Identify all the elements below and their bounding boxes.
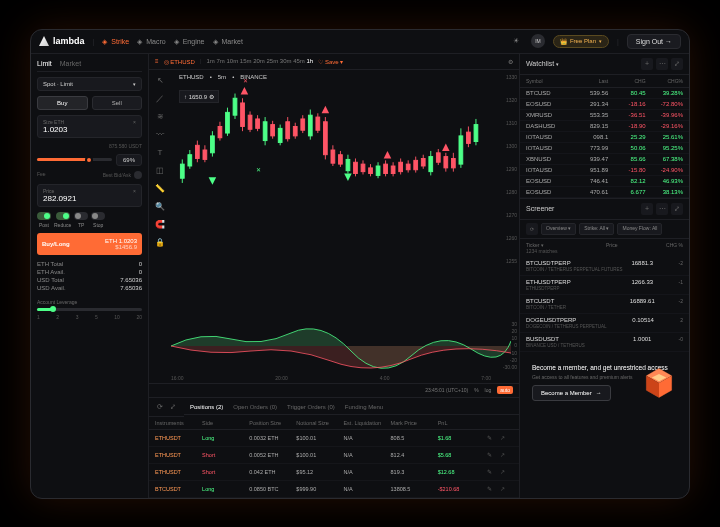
- sell-button[interactable]: Sell: [92, 96, 143, 110]
- plan-badge[interactable]: 👑 Free Plan ▾: [553, 35, 609, 48]
- log-toggle[interactable]: log: [485, 387, 492, 393]
- close-position-icon[interactable]: ↗: [498, 433, 508, 443]
- positions-refresh-icon[interactable]: ⟳: [155, 402, 165, 412]
- clear-icon[interactable]: ×: [133, 119, 136, 125]
- screener-refresh-icon[interactable]: ⟳: [526, 223, 538, 235]
- watchlist-row[interactable]: DASHUSD829.15-18.90-29.16%: [520, 121, 689, 132]
- position-row[interactable]: ETHUSDTShort0.0052 ETH$100.01N/A812.4$5.…: [149, 447, 519, 464]
- screener-expand-icon[interactable]: ⤢: [671, 203, 683, 215]
- user-avatar[interactable]: IM: [531, 34, 545, 48]
- price-field[interactable]: Price × 282.0921: [37, 184, 142, 207]
- symbol-selector[interactable]: ◎ ETHUSD: [164, 58, 195, 65]
- screener-row[interactable]: DOGEUSDTPERP0.105142DOGECOIN / TETHERUS …: [520, 314, 689, 333]
- watchlist-expand-icon[interactable]: ⤢: [671, 58, 683, 70]
- watchlist-settings-icon[interactable]: ⋯: [656, 58, 668, 70]
- watchlist-row[interactable]: IOTAUSD951.89-15.80-24.90%: [520, 165, 689, 176]
- positions-tab[interactable]: Trigger Orders (0): [287, 404, 335, 410]
- tf-25m[interactable]: 25m: [266, 58, 278, 64]
- screener-add-icon[interactable]: +: [641, 203, 653, 215]
- switch-stop[interactable]: [91, 212, 105, 220]
- position-row[interactable]: BTCUSDTLong0.0850 BTC$999.90N/A13808.5-$…: [149, 481, 519, 498]
- screener-row[interactable]: BUSDUSDT1.0001-0BINANCE USD / TETHERUS: [520, 333, 689, 352]
- pct-toggle[interactable]: %: [474, 387, 478, 393]
- bidask-toggle[interactable]: [134, 171, 142, 179]
- size-slider[interactable]: 69%: [37, 154, 142, 166]
- close-position-icon[interactable]: ↗: [498, 450, 508, 460]
- brush-tool-icon[interactable]: 〰: [153, 128, 167, 142]
- screener-row[interactable]: BTCUSDTPERP16881.3-2BITCOIN / TETHERUS P…: [520, 257, 689, 276]
- positions-tab[interactable]: Open Orders (0): [233, 404, 277, 410]
- nav-strike[interactable]: ◈Strike: [102, 38, 129, 45]
- positions-tab[interactable]: Positions (2): [190, 404, 223, 410]
- cursor-tool-icon[interactable]: ↖: [153, 74, 167, 88]
- close-position-icon[interactable]: ↗: [498, 467, 508, 477]
- watchlist-row[interactable]: IOTAUSD098.125.2925.61%: [520, 132, 689, 143]
- tf-20m[interactable]: 20m: [253, 58, 265, 64]
- edit-position-icon[interactable]: ✎: [485, 450, 495, 460]
- watchlist-row[interactable]: IOTAUSD773.9950.0695.25%: [520, 143, 689, 154]
- chart-settings-icon[interactable]: ⚙: [508, 58, 513, 65]
- theme-toggle-icon[interactable]: ☀: [509, 34, 523, 48]
- become-member-button[interactable]: Become a Member →: [532, 385, 611, 401]
- edit-position-icon[interactable]: ✎: [485, 484, 495, 494]
- text-tool-icon[interactable]: T: [153, 146, 167, 160]
- nav-market[interactable]: ◈Market: [213, 38, 243, 45]
- edit-position-icon[interactable]: ✎: [485, 467, 495, 477]
- buy-button[interactable]: Buy: [37, 96, 88, 110]
- close-position-icon[interactable]: ↗: [498, 484, 508, 494]
- balance-stats: ETH Total0ETH Avail.0USD Total7.65036USD…: [37, 260, 142, 292]
- signout-button[interactable]: Sign Out →: [627, 34, 681, 49]
- screener-settings-icon[interactable]: ⋯: [656, 203, 668, 215]
- watchlist-row[interactable]: XMRUSD553.35-36.51-39.96%: [520, 110, 689, 121]
- switch-tp[interactable]: [74, 212, 88, 220]
- leverage-slider[interactable]: [37, 308, 142, 311]
- magnet-tool-icon[interactable]: 🧲: [153, 218, 167, 232]
- tf-save[interactable]: ♡ Save ▾: [318, 58, 343, 65]
- watchlist-row[interactable]: BTCUSD539.5680.4539.28%: [520, 88, 689, 99]
- tf-10m[interactable]: 10m: [226, 58, 238, 64]
- screener-row[interactable]: BTCUSDT16889.61-2BITCOIN / TETHER: [520, 295, 689, 314]
- nav-engine[interactable]: ◈Engine: [174, 38, 205, 45]
- screener-filter-money[interactable]: Money Flow: All: [617, 223, 662, 235]
- watchlist-row[interactable]: EOSUSD291.34-18.16-72.80%: [520, 99, 689, 110]
- buy-long-button[interactable]: Buy/Long ETH 1.0203 $1456.9: [37, 233, 142, 255]
- ruler-tool-icon[interactable]: 📏: [153, 182, 167, 196]
- crown-icon: 👑: [560, 38, 567, 45]
- lock-tool-icon[interactable]: 🔒: [153, 236, 167, 250]
- line-tool-icon[interactable]: ／: [153, 92, 167, 106]
- tf-1m[interactable]: 1m: [206, 58, 214, 64]
- chevron-down-icon: ▾: [599, 38, 602, 44]
- size-field[interactable]: Size ETH × 1.0203: [37, 115, 142, 138]
- watchlist-row[interactable]: EOSUSD746.4182.1246.93%: [520, 176, 689, 187]
- position-row[interactable]: ETHUSDTLong0.0032 ETH$100.01N/A808.5$1.6…: [149, 430, 519, 447]
- position-row[interactable]: ETHUSDTShort0.042 ETH$95.12N/A819.3$12.6…: [149, 464, 519, 481]
- watchlist-add-icon[interactable]: +: [641, 58, 653, 70]
- tf-45m[interactable]: 45m: [293, 58, 305, 64]
- switch-reduce[interactable]: [56, 212, 70, 220]
- tf-7m[interactable]: 7m: [216, 58, 224, 64]
- screener-filter-strike[interactable]: Strike: All ▾: [579, 223, 614, 235]
- tf-30m[interactable]: 30m: [280, 58, 292, 64]
- pattern-tool-icon[interactable]: ◫: [153, 164, 167, 178]
- candle-icon[interactable]: ≡: [155, 58, 159, 64]
- screener-filter-overview[interactable]: Overview ▾: [541, 223, 576, 235]
- member-promo: Become a member, and get unrestriced acc…: [526, 358, 683, 407]
- zoom-tool-icon[interactable]: 🔍: [153, 200, 167, 214]
- nav-macro[interactable]: ◈Macro: [137, 38, 165, 45]
- chart-area[interactable]: ↖ ／ ≋ 〰 T ◫ 📏 🔍 🧲 🔒 ETHUSD• 5m• BINANCE …: [149, 70, 519, 383]
- watchlist-row[interactable]: XBNUSD939.4785.6667.38%: [520, 154, 689, 165]
- watchlist-row[interactable]: EOSUSD470.616.67738.13%: [520, 187, 689, 198]
- edit-position-icon[interactable]: ✎: [485, 433, 495, 443]
- switch-post[interactable]: [37, 212, 51, 220]
- tab-market[interactable]: Market: [60, 60, 81, 67]
- auto-toggle[interactable]: auto: [497, 386, 513, 394]
- fib-tool-icon[interactable]: ≋: [153, 110, 167, 124]
- tab-limit[interactable]: Limit: [37, 60, 52, 67]
- clear-icon[interactable]: ×: [133, 188, 136, 194]
- tf-15m[interactable]: 15m: [240, 58, 252, 64]
- positions-tab[interactable]: Funding Menu: [345, 404, 383, 410]
- screener-row[interactable]: ETHUSDTPERP1266.33-1ETHUSDTPERP: [520, 276, 689, 295]
- tf-1h[interactable]: 1h: [307, 58, 314, 64]
- order-type-select[interactable]: Spot · Limit ▾: [37, 77, 142, 91]
- positions-expand-icon[interactable]: ⤢: [168, 402, 178, 412]
